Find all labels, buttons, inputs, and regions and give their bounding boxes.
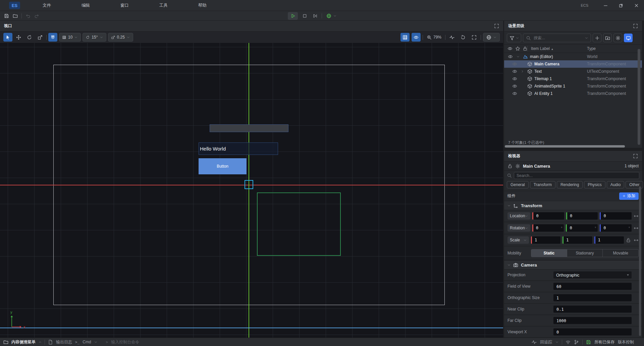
viewport-x-input[interactable]: 0 [553, 329, 632, 336]
move-tool-button[interactable] [14, 33, 23, 42]
add-folder-button[interactable] [603, 34, 612, 42]
hierarchy-search-input[interactable] [533, 35, 583, 41]
horizontal-scrollbar[interactable] [505, 145, 625, 148]
network-globe-button[interactable] [325, 13, 338, 18]
eye-column-icon[interactable] [507, 46, 513, 51]
menu-item-1[interactable]: 编辑 [82, 3, 90, 8]
location-x-input[interactable]: 0 [532, 212, 564, 220]
grid-snap-dropdown[interactable]: 10 [59, 33, 81, 42]
add-component-button[interactable]: 添加 [619, 192, 639, 200]
camera-selection-box[interactable] [245, 180, 253, 189]
rotation-y-input[interactable]: 0° [566, 224, 598, 232]
view-mode-dropdown[interactable] [483, 33, 500, 42]
column-item-label[interactable]: Item Label ▲ [531, 46, 553, 51]
rotation-snap-dropdown[interactable]: 15° [83, 33, 106, 42]
gear-icon[interactable] [515, 164, 520, 169]
eye-icon[interactable] [508, 54, 513, 59]
hierarchy-row[interactable]: TextUITextComponent [504, 68, 642, 75]
scale-tool-button[interactable] [36, 33, 45, 42]
open-folder-icon[interactable] [13, 13, 18, 18]
backtrace-button[interactable]: 回追踪 [540, 339, 552, 345]
save-icon[interactable] [4, 13, 9, 18]
expand-panel-icon[interactable] [633, 154, 638, 159]
menu-item-0[interactable]: 文件 [43, 3, 51, 8]
menu-item-2[interactable]: 窗口 [120, 3, 129, 8]
vertical-scrollbar[interactable] [639, 186, 641, 336]
scale-z-input[interactable]: 1 [594, 236, 624, 244]
eye-icon[interactable] [512, 62, 517, 67]
maximize-button[interactable] [613, 0, 629, 11]
zoom-control[interactable]: 79% [425, 35, 443, 40]
column-type[interactable]: Type [587, 46, 596, 51]
close-button[interactable] [629, 0, 644, 11]
field-of-view-input[interactable]: 60 [553, 283, 632, 290]
tilemap-object[interactable] [210, 124, 288, 132]
location-dropdown[interactable]: Location [507, 212, 530, 220]
scale-y-input[interactable]: 1 [562, 236, 592, 244]
menu-item-4[interactable]: 帮助 [198, 3, 207, 8]
scale-snap-dropdown[interactable]: 0.25 [108, 33, 133, 42]
mobility-static[interactable]: Static [531, 249, 567, 257]
select-tool-button[interactable] [3, 33, 12, 42]
link-values-icon[interactable] [634, 238, 639, 243]
cmd-button[interactable]: Cmd [83, 340, 91, 344]
console-command-input[interactable]: 输入控制台命令 [111, 339, 139, 345]
tab-physics[interactable]: Physics [584, 181, 605, 188]
reset-view-button[interactable] [459, 33, 468, 42]
hierarchy-row[interactable]: Main CameraTransformComponent [504, 60, 642, 68]
stop-button[interactable] [301, 12, 308, 20]
chevron-down-icon[interactable] [517, 55, 520, 58]
mobility-movable[interactable]: Movable [602, 249, 638, 257]
text-object[interactable]: Hello World [199, 142, 278, 155]
lock-icon[interactable] [507, 164, 513, 169]
redo-icon[interactable] [34, 13, 39, 18]
near-clip-input[interactable]: 0.1 [553, 306, 632, 313]
chevron-down-icon[interactable] [555, 341, 558, 344]
step-button[interactable] [311, 12, 319, 20]
rotation-dropdown[interactable]: Rotation [507, 224, 530, 232]
visibility-button[interactable] [412, 33, 421, 42]
lock-column-icon[interactable] [523, 46, 528, 51]
button-object[interactable]: Button [199, 158, 247, 174]
expand-panel-icon[interactable] [633, 23, 638, 28]
play-button[interactable] [288, 12, 298, 20]
branch-icon[interactable] [574, 340, 579, 345]
transform-section-header[interactable]: Transform [504, 201, 642, 210]
star-column-icon[interactable] [515, 46, 520, 51]
snap-toggle-button[interactable] [48, 33, 57, 42]
orthographic-size-input[interactable]: 1 [553, 294, 632, 301]
projection-dropdown[interactable]: Orthographic [553, 272, 632, 279]
tab-general[interactable]: General [507, 181, 529, 188]
entity-bounds-rect[interactable] [257, 192, 341, 256]
hierarchy-settings-button[interactable] [613, 34, 622, 42]
rotation-x-input[interactable]: 0° [532, 224, 564, 232]
mobility-stationary[interactable]: Stationary [567, 249, 603, 257]
hierarchy-row[interactable]: AnimatedSprite 1TransformComponent [504, 82, 642, 90]
hierarchy-search[interactable] [523, 34, 591, 42]
fullscreen-button[interactable] [470, 33, 479, 42]
eye-icon[interactable] [512, 84, 517, 89]
add-entity-button[interactable] [593, 34, 601, 42]
rotation-z-input[interactable]: 0° [600, 224, 632, 232]
hierarchy-row[interactable]: main (Editor)World [504, 53, 642, 60]
link-values-icon[interactable] [634, 214, 639, 219]
scale-dropdown[interactable]: Scale [507, 236, 529, 244]
content-menu-button[interactable]: 内容侧滑菜单 [11, 339, 36, 345]
wifi-icon[interactable] [566, 340, 571, 345]
hierarchy-row[interactable]: Tilemap 1TransformComponent [504, 75, 642, 82]
vertical-scrollbar[interactable] [638, 49, 640, 145]
display-button[interactable] [624, 34, 633, 42]
far-clip-input[interactable]: 1000 [553, 317, 632, 324]
eye-icon[interactable] [512, 91, 517, 96]
chevron-down-icon[interactable] [94, 341, 97, 344]
menu-item-3[interactable]: 工具 [159, 3, 168, 8]
output-log-button[interactable]: 输出日志 [56, 339, 72, 345]
tab-transform[interactable]: Transform [530, 181, 555, 188]
location-y-input[interactable]: 0 [566, 212, 598, 220]
version-control-button[interactable]: 版本控制 [618, 339, 634, 345]
scene-canvas[interactable]: Hello World Button y x [0, 43, 503, 338]
tab-rendering[interactable]: Rendering [557, 181, 583, 188]
eye-icon[interactable] [512, 69, 517, 74]
rotate-tool-button[interactable] [25, 33, 34, 42]
tab-audio[interactable]: Audio [607, 181, 625, 188]
